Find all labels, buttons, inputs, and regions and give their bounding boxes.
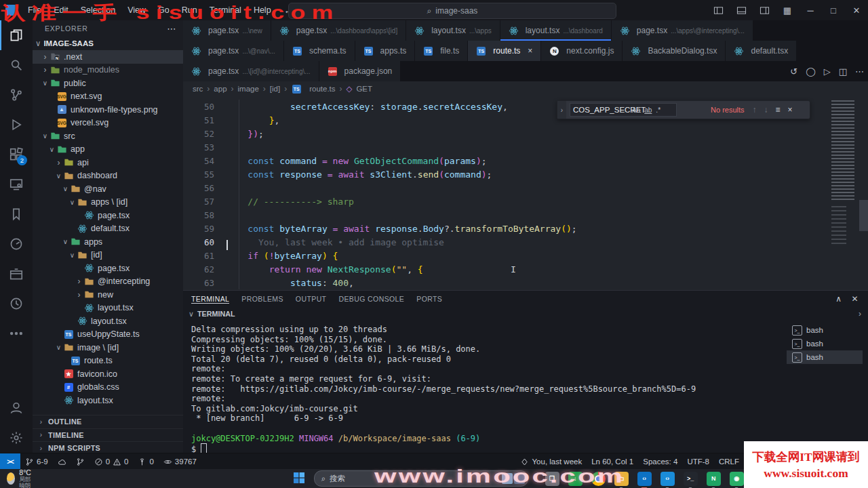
close-button[interactable]: ✕ [845,0,868,20]
tree-item-public[interactable]: ∨public [33,77,183,90]
terminal-instance-bash[interactable]: >_bash [787,337,863,350]
extensions-icon[interactable]: 2 [0,140,33,169]
tree-item--nav[interactable]: ∨@nav [33,182,183,196]
regex-toggle[interactable]: .* [656,106,660,114]
chevron-right-icon[interactable]: › [859,309,868,319]
breadcrumb-item--id-[interactable]: [id] [270,85,280,93]
bookmarks-icon[interactable] [0,199,33,229]
find-input[interactable] [570,103,677,117]
panel-tab-output[interactable]: OUTPUT [296,295,327,303]
panel-maximize-icon[interactable]: ∧ [835,294,842,304]
tree-item--id-[interactable]: ∨[id] [33,249,183,262]
tree-item-vercel-svg[interactable]: SVGvercel.svg [33,117,183,130]
minimize-button[interactable]: ─ [799,0,822,20]
tab-default-tsx[interactable]: default.tsx [726,41,797,61]
project-root-folder[interactable]: ∨ IMAGE-SAAS [33,37,183,50]
tree-item-unknown-file-types-png[interactable]: ▲unknown-file-types.png [33,103,183,117]
tree-item-next-svg[interactable]: SVGnext.svg [33,90,183,104]
weather-widget[interactable]: 8°C 局部晴朗 [0,469,35,488]
code-line-58[interactable]: 58 [183,208,827,222]
eol-status[interactable]: CRLF [714,453,744,470]
tab-route-ts[interactable]: TSroute.ts× [468,41,541,61]
tree-item-page-tsx[interactable]: page.tsx [33,262,183,275]
tree-item-default-tsx[interactable]: default.tsx [33,222,183,236]
tree-item-layout-tsx[interactable]: layout.tsx [33,302,183,315]
toggle-sidebar-icon[interactable] [707,0,730,20]
search-icon[interactable] [0,50,33,80]
breadcrumb-item-image[interactable]: image [238,85,259,93]
split-editor-icon[interactable]: ◫ [839,66,847,77]
tab-backabledialog-tsx[interactable]: BackableDialog.tsx [623,41,726,61]
tree-item-api[interactable]: ›api [33,156,183,169]
find-in-selection-icon[interactable]: ≡ [776,105,781,115]
remote-indicator[interactable]: >< [0,453,20,470]
tree-item-apps[interactable]: ∨apps [33,235,183,249]
code-line-57[interactable]: 57 // ----------> sharp [183,195,827,208]
section-outline[interactable]: ›OUTLINE [33,415,183,428]
code-line-54[interactable]: 54 const command = new GetObjectCommand(… [183,154,827,167]
taskbar-icon-wechat[interactable]: ◉ [730,472,744,486]
taskbar-icon-terminal[interactable]: >_ [684,472,698,486]
tree-item-route-ts[interactable]: TSroute.ts [33,354,183,368]
code-editor[interactable]: 50 secretAccessKey: storage.secretAccess… [183,96,868,290]
tab-file-ts[interactable]: TSfile.ts [415,41,468,61]
code-line-60[interactable]: 60 You, last week • add image optimise [183,235,827,249]
tree-item-dashboard[interactable]: ∨dashboard [33,169,183,183]
start-button[interactable] [293,472,305,486]
toggle-secondary-sidebar-icon[interactable] [753,0,776,20]
code-line-53[interactable]: 53 [183,140,827,154]
archive-icon[interactable] [0,259,33,289]
taskbar-icon-notes-app[interactable]: N [707,472,721,486]
whole-word-toggle[interactable]: ab [644,106,652,114]
breadcrumb-item-get[interactable]: GET [356,85,372,93]
problems-status[interactable]: 00 [90,453,134,470]
tab-package-json[interactable]: npmpackage.json [319,61,401,81]
code-line-52[interactable]: 52 }); [183,127,827,140]
panel-tab-debug-console[interactable]: DEBUG CONSOLE [338,295,404,303]
tree-item-globals-css[interactable]: #globals.css [33,381,183,394]
tree-item-app[interactable]: ∨app [33,143,183,157]
indentation-status[interactable]: Spaces: 4 [638,453,682,470]
tree-item-page-tsx[interactable]: page.tsx [33,209,183,222]
tab-page-tsx[interactable]: page.tsx...\[id]\@intercepting\... [183,61,319,81]
find-previous-icon[interactable]: ↑ [753,105,757,115]
code-line-62[interactable]: 62 return new NextResponse("", { [183,262,827,276]
terminal-section-label[interactable]: TERMINAL [197,310,235,318]
tab-schema-ts[interactable]: TSschema.ts [284,41,355,61]
code-line-63[interactable]: 63 status: 400, [183,276,827,289]
toggle-panel-icon[interactable] [730,0,753,20]
customize-layout-icon[interactable]: ▦ [776,0,799,20]
code-line-61[interactable]: 61 if (!byteArray) { [183,249,827,262]
tree-item-favicon-ico[interactable]: ★favicon.ico [33,367,183,381]
counter-status[interactable]: 39767 [159,453,201,470]
taskbar-icon-vscode[interactable]: ‹› [637,472,652,486]
tab-next-config-js[interactable]: Nnext.config.js [541,41,623,61]
tree-item-layout-tsx[interactable]: layout.tsx [33,394,183,407]
ports-status[interactable]: 0 [133,453,158,470]
tree-item-src[interactable]: ∨src [33,129,183,143]
tab-page-tsx[interactable]: page.tsx...\@nav\... [183,41,284,61]
remote-explorer-icon[interactable] [0,169,33,199]
breadcrumb-item-app[interactable]: app [214,85,226,93]
tree-item-useuppystate-ts[interactable]: TSuseUppyState.ts [33,328,183,342]
breadcrumb-item-route-ts[interactable]: route.ts [309,85,335,93]
tree-item--next[interactable]: ›N.next [33,50,183,64]
git-graph-icon[interactable] [71,453,90,470]
terminal-instance-bash[interactable]: >_bash [787,350,863,364]
panel-tab-terminal[interactable]: TERMINAL [191,295,229,303]
tab-page-tsx[interactable]: page.tsx...\apps\@intercepting\... [612,20,753,41]
tree-item-apps-id-[interactable]: ∨apps \ [id] [33,196,183,209]
breadcrumb-item-src[interactable]: src [193,85,203,93]
panel-close-icon[interactable]: ✕ [852,294,859,304]
encoding-status[interactable]: UTF-8 [682,453,714,470]
timeline-icon[interactable]: ↺ [790,66,797,77]
tree-item--intercepting[interactable]: ›@intercepting [33,275,183,289]
tree-item-new[interactable]: ›new [33,288,183,302]
tab-layout-tsx[interactable]: layout.tsx...\dashboard [500,20,612,41]
tree-item-node-modules[interactable]: ›node_modules [33,64,183,77]
tree-item-layout-tsx[interactable]: layout.tsx [33,314,183,328]
taskbar-icon-vscode-insiders[interactable]: ‹› [660,472,675,486]
code-line-59[interactable]: 59 const byteArray = await response.Body… [183,222,827,235]
tab-apps-ts[interactable]: TSapps.ts [355,41,416,61]
minimap[interactable] [829,96,859,290]
